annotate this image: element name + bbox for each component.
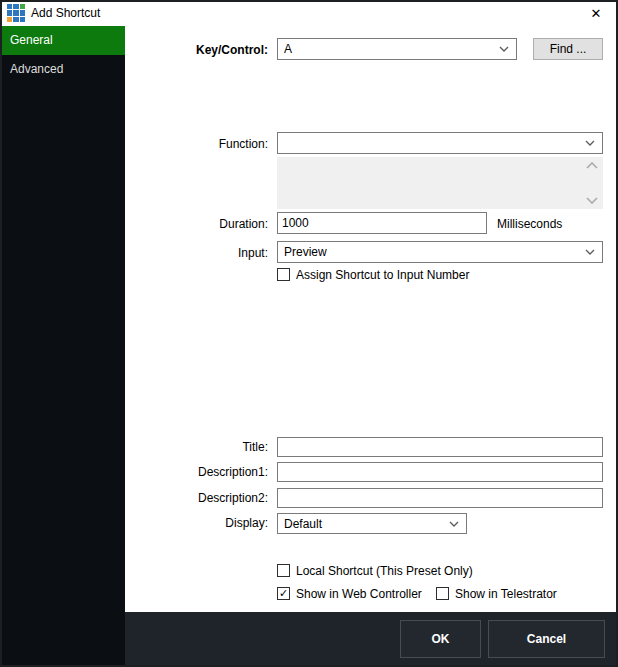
chevron-down-icon [449, 521, 459, 527]
show-web-controller-label: Show in Web Controller [296, 587, 422, 601]
ok-button[interactable]: OK [400, 620, 481, 658]
duration-label: Duration: [103, 217, 268, 231]
scroll-down-icon[interactable] [586, 196, 598, 204]
display-select[interactable]: Default [277, 513, 467, 534]
input-label: Input: [103, 246, 268, 260]
window-title: Add Shortcut [31, 0, 100, 26]
input-select[interactable]: Preview [277, 241, 603, 263]
chevron-down-icon [585, 249, 595, 255]
sidebar: General Advanced [0, 26, 125, 667]
duration-input[interactable] [277, 212, 487, 234]
title-label: Title: [103, 440, 268, 454]
footer-bar: OK Cancel [125, 612, 618, 667]
local-shortcut-checkbox[interactable] [277, 564, 290, 577]
chevron-down-icon [499, 46, 509, 52]
display-value: Default [284, 517, 322, 531]
close-icon[interactable]: ✕ [580, 2, 612, 24]
input-value: Preview [284, 245, 327, 259]
show-telestrator-checkbox[interactable] [436, 587, 449, 600]
description1-label: Description1: [103, 465, 268, 479]
key-control-select[interactable]: A [277, 38, 517, 60]
local-shortcut-label: Local Shortcut (This Preset Only) [296, 564, 473, 578]
title-bar[interactable]: Add Shortcut ✕ [0, 0, 618, 26]
key-control-label: Key/Control: [103, 43, 268, 57]
function-description-panel [277, 157, 603, 209]
description2-label: Description2: [103, 491, 268, 505]
milliseconds-label: Milliseconds [497, 217, 562, 231]
assign-input-number-label: Assign Shortcut to Input Number [296, 268, 469, 282]
description2-input[interactable] [277, 488, 603, 508]
vmix-grid-icon [7, 4, 25, 22]
description1-input[interactable] [277, 462, 603, 482]
find-button[interactable]: Find ... [533, 38, 603, 60]
chevron-down-icon [585, 140, 595, 146]
scroll-up-icon[interactable] [586, 162, 598, 170]
function-select[interactable] [277, 132, 603, 154]
assign-input-number-checkbox[interactable] [277, 268, 290, 281]
cancel-button[interactable]: Cancel [488, 620, 605, 658]
show-web-controller-checkbox[interactable]: ✓ [277, 587, 290, 600]
tab-advanced[interactable]: Advanced [0, 55, 125, 84]
function-label: Function: [103, 137, 268, 151]
key-control-value: A [284, 42, 292, 56]
display-label: Display: [103, 516, 268, 530]
add-shortcut-dialog: Add Shortcut ✕ General Advanced Key/Cont… [0, 0, 618, 667]
show-telestrator-label: Show in Telestrator [455, 587, 557, 601]
title-input[interactable] [277, 437, 603, 457]
